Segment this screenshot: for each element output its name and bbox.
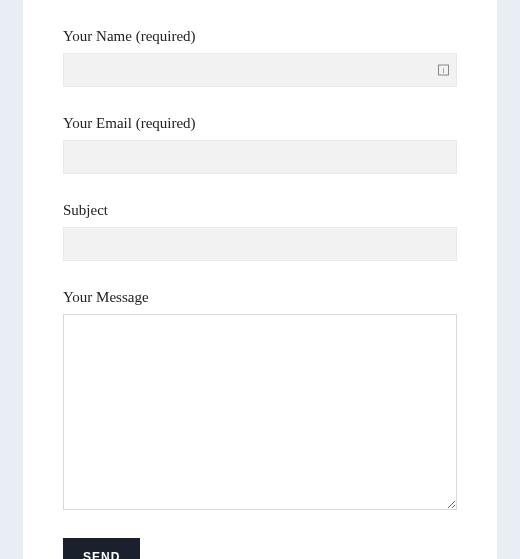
subject-field-group: Subject <box>63 202 457 261</box>
message-label: Your Message <box>63 289 457 306</box>
contact-form: Your Name (required) i Your Email (requi… <box>63 28 457 559</box>
name-label: Your Name (required) <box>63 28 457 45</box>
send-button[interactable]: SEND <box>63 538 140 559</box>
message-textarea[interactable] <box>63 314 457 510</box>
message-field-group: Your Message <box>63 289 457 514</box>
email-field-group: Your Email (required) <box>63 115 457 174</box>
name-input-wrapper: i <box>63 53 457 87</box>
subject-input[interactable] <box>63 227 457 261</box>
name-input[interactable] <box>63 53 457 87</box>
email-label: Your Email (required) <box>63 115 457 132</box>
contact-form-container: Your Name (required) i Your Email (requi… <box>23 0 497 559</box>
subject-label: Subject <box>63 202 457 219</box>
name-field-group: Your Name (required) i <box>63 28 457 87</box>
email-input[interactable] <box>63 140 457 174</box>
